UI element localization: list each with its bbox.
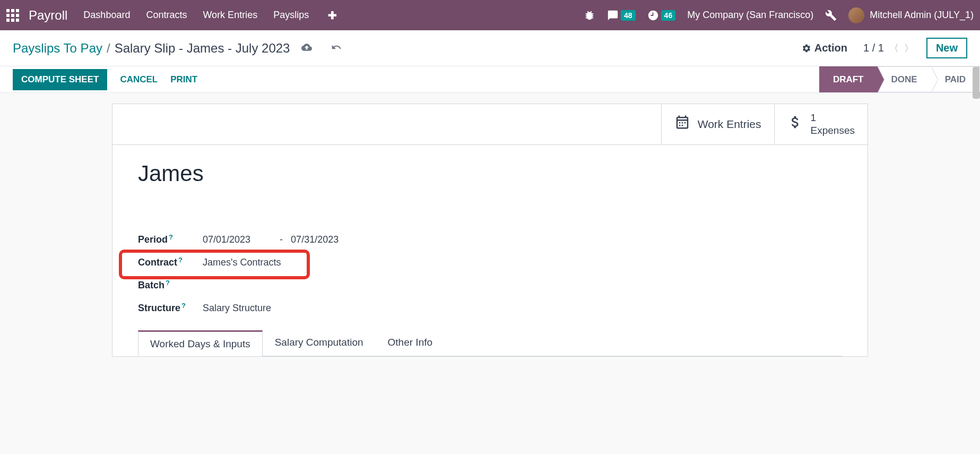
company-switcher[interactable]: My Company (San Francisco) bbox=[687, 10, 813, 21]
control-bar: Payslips To Pay / Salary Slip - James - … bbox=[0, 30, 980, 66]
field-batch: Batch? bbox=[138, 280, 842, 291]
tabs: Worked Days & Inputs Salary Computation … bbox=[138, 330, 842, 356]
field-period: Period? 07/01/2023 - 07/31/2023 bbox=[138, 234, 842, 245]
tab-worked-days[interactable]: Worked Days & Inputs bbox=[138, 330, 263, 356]
button-bar: COMPUTE SHEET CANCEL PRINT DRAFT DONE PA… bbox=[0, 66, 980, 93]
stat-work-entries[interactable]: Work Entries bbox=[661, 104, 774, 144]
pager-next[interactable]: 〉 bbox=[904, 42, 914, 55]
help-icon[interactable]: ? bbox=[166, 279, 170, 287]
menu-payslips[interactable]: Payslips bbox=[273, 10, 309, 21]
activities-badge: 46 bbox=[661, 10, 676, 21]
period-label: Period bbox=[138, 234, 168, 245]
status-draft[interactable]: DRAFT bbox=[819, 66, 878, 92]
help-icon[interactable]: ? bbox=[178, 256, 183, 264]
scrollbar[interactable] bbox=[973, 67, 980, 99]
menu-dashboard[interactable]: Dashboard bbox=[83, 10, 130, 21]
apps-icon[interactable] bbox=[6, 9, 19, 22]
structure-value[interactable]: Salary Structure bbox=[203, 303, 271, 314]
clock-icon bbox=[647, 10, 659, 21]
main-menu: Dashboard Contracts Work Entries Payslip… bbox=[83, 9, 337, 22]
pager-text: 1 / 1 bbox=[863, 42, 884, 54]
cancel-button[interactable]: CANCEL bbox=[120, 74, 158, 85]
menu-work-entries[interactable]: Work Entries bbox=[203, 10, 257, 21]
discard-icon[interactable] bbox=[331, 41, 342, 56]
chat-icon bbox=[607, 10, 619, 21]
dollar-icon bbox=[787, 114, 803, 134]
tab-other-info[interactable]: Other Info bbox=[376, 330, 445, 356]
compute-sheet-button[interactable]: COMPUTE SHEET bbox=[13, 69, 107, 90]
help-icon[interactable]: ? bbox=[181, 302, 186, 310]
top-navbar: Payroll Dashboard Contracts Work Entries… bbox=[0, 0, 980, 30]
calendar-icon bbox=[674, 114, 690, 134]
contract-label: Contract bbox=[138, 257, 177, 268]
breadcrumb-parent[interactable]: Payslips To Pay bbox=[13, 41, 102, 56]
user-name: Mitchell Admin (JULY_1) bbox=[870, 10, 974, 21]
field-structure: Structure? Salary Structure bbox=[138, 303, 842, 314]
app-title[interactable]: Payroll bbox=[29, 8, 67, 23]
stat-expenses-label: Expenses bbox=[811, 124, 855, 137]
status-bar: DRAFT DONE PAID bbox=[819, 66, 980, 92]
form-sheet: Work Entries 1 Expenses James Period? 07… bbox=[112, 104, 868, 357]
help-icon[interactable]: ? bbox=[169, 233, 173, 241]
breadcrumb: Payslips To Pay / Salary Slip - James - … bbox=[13, 41, 342, 56]
period-to[interactable]: 07/31/2023 bbox=[291, 234, 339, 245]
menu-contracts[interactable]: Contracts bbox=[146, 10, 187, 21]
breadcrumb-current: Salary Slip - James - July 2023 bbox=[115, 41, 290, 56]
avatar bbox=[848, 7, 864, 23]
gear-icon bbox=[802, 44, 811, 53]
new-button[interactable]: New bbox=[926, 38, 967, 58]
stat-buttons: Work Entries 1 Expenses bbox=[112, 104, 868, 145]
pager: 1 / 1 〈 〉 bbox=[863, 42, 914, 55]
action-label: Action bbox=[814, 42, 847, 54]
tools-icon[interactable] bbox=[825, 10, 837, 21]
period-from[interactable]: 07/01/2023 bbox=[203, 234, 250, 245]
bug-icon[interactable] bbox=[584, 10, 595, 21]
messages-button[interactable]: 48 bbox=[607, 10, 636, 21]
field-contract: Contract? James's Contracts bbox=[138, 257, 842, 268]
stat-expenses[interactable]: 1 Expenses bbox=[774, 104, 868, 144]
tab-salary-computation[interactable]: Salary Computation bbox=[263, 330, 376, 356]
activities-button[interactable]: 46 bbox=[647, 10, 676, 21]
stat-expenses-count: 1 bbox=[811, 112, 855, 124]
structure-label: Structure bbox=[138, 303, 180, 313]
batch-label: Batch bbox=[138, 280, 164, 290]
plus-icon[interactable]: ✚ bbox=[328, 9, 337, 22]
pager-prev[interactable]: 〈 bbox=[889, 42, 899, 55]
user-menu[interactable]: Mitchell Admin (JULY_1) bbox=[848, 7, 974, 23]
record-title: James bbox=[138, 161, 842, 186]
stat-work-entries-label: Work Entries bbox=[698, 118, 761, 131]
contract-value[interactable]: James's Contracts bbox=[203, 257, 281, 268]
action-button[interactable]: Action bbox=[802, 42, 847, 54]
breadcrumb-separator: / bbox=[107, 41, 110, 56]
cloud-upload-icon[interactable] bbox=[301, 41, 312, 56]
print-button[interactable]: PRINT bbox=[170, 74, 197, 85]
status-done[interactable]: DONE bbox=[878, 66, 931, 92]
messages-badge: 48 bbox=[621, 10, 636, 21]
